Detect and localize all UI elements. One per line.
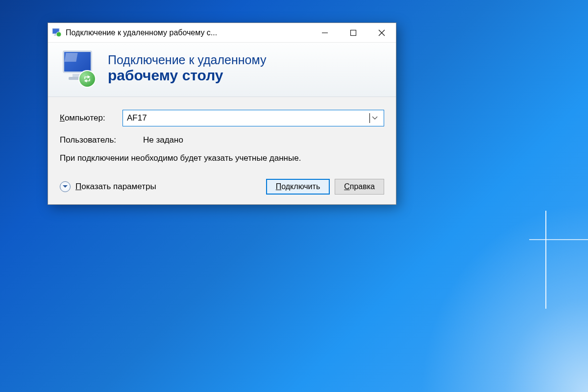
- maximize-button[interactable]: [339, 23, 368, 43]
- desktop-light-beam-v: [545, 211, 546, 309]
- rdp-dialog-window: Подключение к удаленному рабочему с...: [48, 23, 396, 205]
- header-line-2: рабочему столу: [108, 67, 267, 84]
- header-band: Подключение к удаленному рабочему столу: [48, 43, 396, 97]
- computer-combobox[interactable]: [122, 110, 384, 126]
- connect-button-label: Подключить: [276, 182, 320, 191]
- connect-button[interactable]: Подключить: [266, 179, 330, 195]
- help-button[interactable]: Справка: [335, 179, 384, 195]
- window-title: Подключение к удаленному рабочему с...: [66, 28, 311, 37]
- desktop-light-glow: [392, 172, 588, 392]
- app-icon: [52, 28, 62, 38]
- header-text: Подключение к удаленному рабочему столу: [108, 53, 267, 84]
- titlebar[interactable]: Подключение к удаленному рабочему с...: [48, 23, 396, 43]
- maximize-icon: [350, 29, 357, 36]
- chevron-down-icon[interactable]: [370, 116, 380, 120]
- chevron-down-circle-icon: [60, 181, 71, 192]
- credentials-info-text: При подключении необходимо будет указать…: [60, 153, 315, 164]
- minimize-button[interactable]: [311, 23, 339, 43]
- close-icon: [378, 29, 385, 36]
- footer-row: Показать параметры Подключить Справка: [60, 179, 384, 195]
- help-button-label: Справка: [344, 182, 375, 191]
- svg-point-3: [56, 32, 61, 37]
- header-line-1: Подключение к удаленному: [108, 53, 267, 67]
- computer-label: Компьютер:: [60, 113, 122, 123]
- minimize-icon: [321, 29, 328, 36]
- window-controls: [311, 23, 396, 43]
- computer-field-row: Компьютер:: [60, 110, 384, 126]
- show-options-toggle[interactable]: Показать параметры: [60, 181, 156, 192]
- user-row: Пользователь: Не задано: [60, 135, 384, 145]
- svg-rect-5: [351, 30, 356, 35]
- user-value: Не задано: [143, 135, 183, 145]
- show-options-label: Показать параметры: [75, 182, 156, 192]
- close-button[interactable]: [368, 23, 396, 43]
- user-label: Пользователь:: [60, 135, 143, 145]
- desktop-light-beam-h: [529, 239, 588, 240]
- computer-input[interactable]: [127, 113, 370, 123]
- dialog-body: Компьютер: Пользователь: Не задано При п…: [48, 97, 396, 204]
- rdp-logo-icon: [60, 49, 98, 88]
